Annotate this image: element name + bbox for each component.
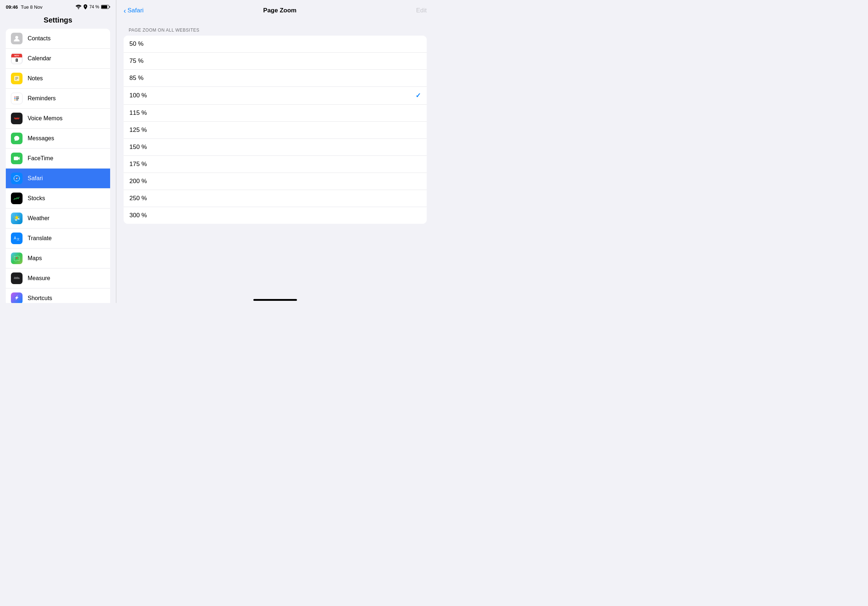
sidebar-item-stocks[interactable]: Stocks <box>6 189 110 209</box>
back-label: Safari <box>127 7 144 14</box>
zoom-item[interactable]: 100 %✓ <box>124 87 427 105</box>
zoom-item[interactable]: 250 % <box>124 190 427 207</box>
svg-point-8 <box>14 98 16 99</box>
section-label: PAGE ZOOM ON ALL WEBSITES <box>124 28 427 33</box>
svg-point-2 <box>15 36 18 39</box>
zoom-label: 250 % <box>129 195 147 202</box>
right-header: ‹ Safari Page Zoom Edit <box>116 0 434 20</box>
stocks-label: Stocks <box>28 195 105 202</box>
battery-level: 74 % <box>90 5 99 9</box>
notes-app-icon <box>11 73 23 84</box>
svg-point-9 <box>14 99 16 100</box>
page-title: Page Zoom <box>144 7 416 14</box>
messages-app-icon <box>11 133 23 144</box>
svg-point-15 <box>16 178 17 179</box>
svg-text:文: 文 <box>17 238 20 241</box>
zoom-item[interactable]: 85 % <box>124 70 427 87</box>
maps-app-icon <box>11 252 23 264</box>
calendar-app-icon: NOV 8 <box>11 53 23 64</box>
zoom-label: 115 % <box>129 109 147 117</box>
sidebar-item-safari[interactable]: Safari <box>6 169 110 189</box>
messages-label: Messages <box>28 135 105 142</box>
zoom-label: 150 % <box>129 144 147 151</box>
safari-app-icon <box>11 173 23 184</box>
voicememos-label: Voice Memos <box>28 115 105 122</box>
sidebar-item-reminders[interactable]: Reminders <box>6 89 110 109</box>
zoom-item[interactable]: 300 % <box>124 207 427 224</box>
zoom-label: 85 % <box>129 74 144 82</box>
sidebar-section-1: Contacts NOV 8 Calendar Notes <box>6 29 110 303</box>
settings-title: Settings <box>0 13 116 29</box>
home-indicator <box>116 296 434 303</box>
zoom-item[interactable]: 175 % <box>124 156 427 173</box>
status-icons: 74 % <box>76 5 110 9</box>
home-bar <box>253 299 297 301</box>
edit-button[interactable]: Edit <box>416 7 427 14</box>
zoom-item[interactable]: 115 % <box>124 105 427 122</box>
sidebar-item-messages[interactable]: Messages <box>6 128 110 148</box>
notes-label: Notes <box>28 75 105 82</box>
sidebar-item-translate[interactable]: A 文 Translate <box>6 229 110 249</box>
location-icon <box>83 5 88 9</box>
sidebar-item-maps[interactable]: Maps <box>6 249 110 269</box>
zoom-list: 50 %75 %85 %100 %✓115 %125 %150 %175 %20… <box>124 36 427 224</box>
sidebar-list: Contacts NOV 8 Calendar Notes <box>0 29 116 303</box>
translate-label: Translate <box>28 235 105 241</box>
status-date: Tue 8 Nov <box>21 5 42 10</box>
svg-rect-21 <box>14 278 20 279</box>
measure-app-icon <box>11 272 23 284</box>
status-time: 09:46 <box>6 5 18 10</box>
svg-point-20 <box>16 257 17 259</box>
facetime-label: FaceTime <box>28 155 105 162</box>
sidebar-item-calendar[interactable]: NOV 8 Calendar <box>6 49 110 69</box>
shortcuts-app-icon <box>11 292 23 303</box>
zoom-label: 300 % <box>129 212 147 219</box>
translate-app-icon: A 文 <box>11 232 23 244</box>
maps-label: Maps <box>28 255 105 261</box>
zoom-item[interactable]: 75 % <box>124 53 427 70</box>
back-chevron-icon: ‹ <box>124 7 126 14</box>
zoom-item[interactable]: 50 % <box>124 36 427 53</box>
zoom-label: 100 % <box>129 92 147 99</box>
stocks-app-icon <box>11 193 23 204</box>
voicememos-app-icon <box>11 113 23 124</box>
svg-text:A: A <box>14 236 16 240</box>
zoom-checkmark-icon: ✓ <box>415 91 421 99</box>
zoom-label: 75 % <box>129 57 144 65</box>
calendar-label: Calendar <box>28 55 105 62</box>
facetime-app-icon <box>11 153 23 164</box>
content-area: PAGE ZOOM ON ALL WEBSITES 50 %75 %85 %10… <box>116 20 434 296</box>
safari-label: Safari <box>28 175 105 182</box>
zoom-label: 50 % <box>129 40 144 48</box>
svg-rect-13 <box>14 156 18 160</box>
zoom-label: 175 % <box>129 161 147 168</box>
left-panel: 09:46 Tue 8 Nov 74 % Settings <box>0 0 116 303</box>
sidebar-item-notes[interactable]: Notes <box>6 69 110 89</box>
reminders-app-icon <box>11 93 23 104</box>
weather-app-icon <box>11 213 23 224</box>
reminders-label: Reminders <box>28 95 105 102</box>
zoom-item[interactable]: 200 % <box>124 173 427 190</box>
back-button[interactable]: ‹ Safari <box>124 7 144 14</box>
measure-label: Measure <box>28 275 105 281</box>
weather-label: Weather <box>28 215 105 222</box>
right-panel: ‹ Safari Page Zoom Edit PAGE ZOOM ON ALL… <box>116 0 434 303</box>
contacts-app-icon <box>11 33 23 44</box>
zoom-label: 125 % <box>129 127 147 134</box>
sidebar-item-shortcuts[interactable]: Shortcuts <box>6 289 110 303</box>
sidebar-item-weather[interactable]: Weather <box>6 209 110 229</box>
svg-point-16 <box>15 216 18 219</box>
sidebar-item-voice-memos[interactable]: Voice Memos <box>6 109 110 128</box>
shortcuts-label: Shortcuts <box>28 295 105 301</box>
battery-icon <box>101 5 110 9</box>
svg-rect-1 <box>101 5 107 8</box>
status-bar: 09:46 Tue 8 Nov 74 % <box>0 0 116 13</box>
sidebar-item-measure[interactable]: Measure <box>6 269 110 289</box>
svg-point-7 <box>14 97 16 98</box>
zoom-item[interactable]: 150 % <box>124 139 427 156</box>
wifi-icon <box>76 5 81 9</box>
sidebar-item-contacts[interactable]: Contacts <box>6 29 110 49</box>
zoom-item[interactable]: 125 % <box>124 122 427 139</box>
contacts-label: Contacts <box>28 35 105 42</box>
sidebar-item-facetime[interactable]: FaceTime <box>6 148 110 169</box>
